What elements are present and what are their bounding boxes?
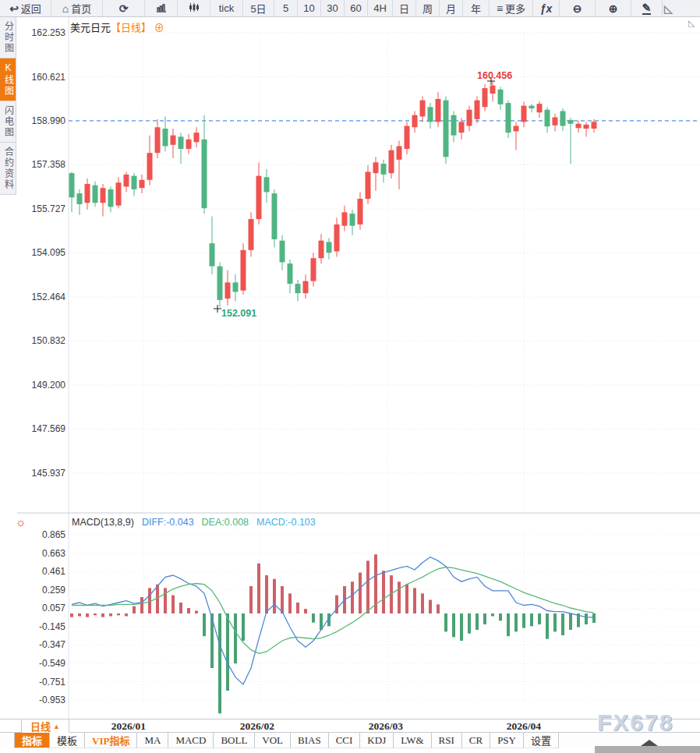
interval-week-button[interactable]: 周	[416, 0, 440, 16]
interval-30-button-label: 30	[327, 2, 338, 14]
svg-text:0.259: 0.259	[42, 585, 65, 596]
svg-text:162.253: 162.253	[32, 27, 66, 38]
interval-week-button-label: 周	[422, 1, 433, 16]
candlestick-chart-button[interactable]	[178, 0, 210, 16]
sidebar-item-kline-chart[interactable]: K线图	[0, 58, 16, 101]
zoom-in-icon: ⊕	[609, 3, 618, 14]
x-axis-row: 日线 ▲ 2026/012026/022026/032026/04	[0, 719, 700, 733]
sidebar-item-lightning-chart[interactable]: 闪电图	[0, 101, 16, 143]
interval-month-button[interactable]: 月	[440, 0, 463, 16]
refresh-icon: ⟳	[119, 3, 129, 14]
svg-text:150.832: 150.832	[32, 335, 66, 346]
svg-text:0.057: 0.057	[42, 603, 65, 613]
interval-60-button-label: 60	[350, 2, 361, 14]
sidebar-item-time-chart[interactable]: 分时图	[0, 17, 16, 58]
pencil-icon: ✎	[642, 2, 652, 15]
indicator-fx-button[interactable]: ƒx	[533, 0, 560, 16]
tab-RSI[interactable]: RSI	[432, 733, 462, 748]
bottom-scroll-grip[interactable]	[595, 746, 700, 753]
tab-CCI[interactable]: CCI	[329, 733, 361, 748]
zoom-out-button[interactable]: ⊖	[560, 0, 596, 16]
tab-KDJ[interactable]: KDJ	[360, 733, 394, 748]
interval-60-button[interactable]: 60	[345, 0, 368, 16]
watermark: FX678	[597, 709, 673, 736]
tab-MACD[interactable]: MACD	[168, 733, 214, 748]
zoom-out-icon: ⊖	[573, 3, 582, 14]
back-button[interactable]: ↩返回	[0, 0, 51, 16]
x-axis-label: 2026/02	[240, 720, 274, 733]
plus-circle-icon[interactable]: ⊕	[154, 22, 164, 34]
svg-text:152.464: 152.464	[32, 292, 66, 302]
interval-year-button[interactable]: 年	[463, 0, 490, 16]
triangle-icon: ◺	[664, 3, 673, 14]
trend-chart-button[interactable]	[145, 0, 178, 16]
svg-text:147.569: 147.569	[32, 423, 66, 434]
svg-text:160.621: 160.621	[32, 72, 66, 83]
macd-dea-value: DEA:0.008	[202, 517, 249, 528]
home-button-label: 首页	[71, 1, 91, 16]
interval-10-button-label: 10	[303, 2, 314, 14]
back-arrow-icon: ↩	[9, 3, 19, 14]
interval-5d-button-label: 5日	[250, 1, 266, 16]
x-axis-label: 2026/01	[111, 720, 146, 733]
svg-text:154.095: 154.095	[32, 247, 66, 258]
zoom-in-button[interactable]: ⊕	[596, 0, 631, 16]
home-icon: ⌂	[62, 3, 69, 14]
partial-drawing-tool-button[interactable]: ◺	[663, 0, 700, 16]
tab-BIAS[interactable]: BIAS	[291, 733, 329, 748]
svg-text:158.990: 158.990	[32, 115, 66, 126]
x-axis-label: 2026/04	[507, 720, 541, 733]
svg-text:-0.751: -0.751	[39, 677, 65, 688]
tab-指标[interactable]: 指标	[14, 733, 50, 748]
refresh-button[interactable]: ⟳	[103, 0, 145, 16]
more-button-label: 更多	[505, 1, 525, 16]
interval-year-button-label: 年	[471, 1, 481, 16]
interval-day-button-label: 日	[399, 1, 409, 16]
interval-5-button[interactable]: 5	[274, 0, 298, 16]
candlestick-macd-plot: 162.253160.621158.990157.358155.727154.0…	[17, 17, 700, 719]
high-price-annotation: 160.456	[477, 70, 512, 81]
period-dropdown-button[interactable]: 日线 ▲	[21, 719, 69, 733]
menu-icon: ≡	[497, 3, 503, 14]
sidebar-item-contract-info[interactable]: 合约资料	[0, 143, 16, 195]
tab-BOLL[interactable]: BOLL	[214, 733, 255, 748]
svg-text:157.358: 157.358	[32, 159, 66, 170]
macd-macd-value: MACD:-0.103	[256, 517, 316, 528]
top-toolbar: ↩返回⌂首页⟳tick5日51030604H日周月年≡更多ƒx⊖⊕✎◺	[0, 0, 700, 17]
svg-text:-0.953: -0.953	[39, 695, 65, 705]
interval-month-button-label: 月	[446, 1, 456, 16]
macd-header: MACD(13,8,9) DIFF:-0.043 DEA:0.008 MACD:…	[72, 517, 316, 528]
tab-模板[interactable]: 模板	[50, 733, 85, 748]
interval-tick-button[interactable]: tick	[210, 0, 243, 16]
more-button[interactable]: ≡更多	[490, 0, 533, 16]
macd-params: MACD(13,8,9)	[72, 517, 134, 528]
tab-VIP指标[interactable]: VIP指标	[85, 733, 137, 748]
svg-text:-0.549: -0.549	[39, 658, 65, 669]
svg-text:-0.347: -0.347	[39, 639, 65, 650]
back-button-label: 返回	[21, 1, 41, 16]
chevron-up-icon: ▲	[53, 723, 60, 730]
chart-title: 美元日元【日线】 ⊕	[70, 19, 164, 34]
expand-arrow-icon[interactable]	[641, 740, 658, 746]
tab-VOL[interactable]: VOL	[255, 733, 291, 748]
interval-30-button[interactable]: 30	[321, 0, 345, 16]
tab-设置[interactable]: 设置	[524, 733, 559, 748]
svg-text:0.663: 0.663	[42, 548, 65, 559]
interval-4h-button-label: 4H	[373, 2, 387, 14]
tab-LW&[interactable]: LW&	[394, 733, 431, 748]
symbol-name: 美元日元	[70, 22, 111, 34]
indicator-settings-icon[interactable]: ☼	[16, 516, 27, 528]
home-button[interactable]: ⌂首页	[51, 0, 103, 16]
candles-layer	[69, 81, 597, 307]
low-price-annotation: 152.091	[221, 308, 256, 319]
interval-4h-button[interactable]: 4H	[368, 0, 393, 16]
tab-PSY[interactable]: PSY	[490, 733, 524, 748]
interval-10-button[interactable]: 10	[298, 0, 321, 16]
tab-CR[interactable]: CR	[462, 733, 490, 748]
draw-button[interactable]: ✎	[631, 0, 663, 16]
period-dropdown-label: 日线	[30, 719, 51, 734]
interval-5d-button[interactable]: 5日	[243, 0, 274, 16]
interval-day-button[interactable]: 日	[393, 0, 416, 16]
tab-MA[interactable]: MA	[137, 733, 168, 748]
svg-text:149.200: 149.200	[32, 380, 66, 391]
